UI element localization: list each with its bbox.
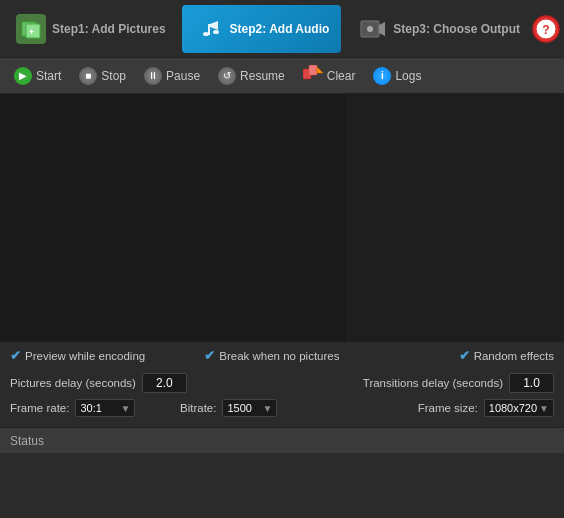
frame-size-arrow-icon: ▼ bbox=[539, 403, 549, 414]
frame-size-group: Frame size: 1080x720 ▼ bbox=[350, 399, 554, 417]
delay-settings-row: Pictures delay (seconds) Transitions del… bbox=[10, 373, 554, 393]
start-button[interactable]: ▶ Start bbox=[8, 65, 67, 87]
resume-icon: ↺ bbox=[218, 67, 236, 85]
pause-label: Pause bbox=[166, 69, 200, 83]
svg-point-6 bbox=[213, 30, 219, 34]
step1-label: Step1: Add Pictures bbox=[52, 22, 166, 36]
step1-tab[interactable]: + Step1: Add Pictures bbox=[4, 5, 178, 53]
step2-label: Step2: Add Audio bbox=[230, 22, 330, 36]
step2-tab[interactable]: Step2: Add Audio bbox=[182, 5, 342, 53]
frame-rate-arrow-icon: ▼ bbox=[121, 403, 131, 414]
preview-checkbox-group[interactable]: ✔ Preview while encoding bbox=[10, 348, 204, 363]
status-label: Status bbox=[10, 434, 44, 448]
step1-icon: + bbox=[16, 14, 46, 44]
pause-icon: ⏸ bbox=[144, 67, 162, 85]
random-checkbox-label: Random effects bbox=[474, 350, 554, 362]
pause-button[interactable]: ⏸ Pause bbox=[138, 65, 206, 87]
svg-text:+: + bbox=[29, 27, 34, 37]
top-nav: + Step1: Add Pictures Step2: Add Audio S… bbox=[0, 0, 564, 58]
frame-rate-value: 30:1 bbox=[80, 402, 101, 414]
checkboxes-row: ✔ Preview while encoding ✔ Break when no… bbox=[0, 342, 564, 369]
side-panel bbox=[348, 94, 564, 342]
format-settings-row: Frame rate: 30:1 ▼ Bitrate: 1500 ▼ Frame… bbox=[10, 399, 554, 417]
stop-button[interactable]: ■ Stop bbox=[73, 65, 132, 87]
settings-rows: Pictures delay (seconds) Transitions del… bbox=[0, 369, 564, 427]
stop-icon: ■ bbox=[79, 67, 97, 85]
step3-tab[interactable]: Step3: Choose Output bbox=[345, 5, 532, 53]
svg-marker-5 bbox=[210, 21, 218, 30]
frame-rate-combo[interactable]: 30:1 ▼ bbox=[75, 399, 135, 417]
clear-button[interactable]: Clear bbox=[297, 63, 362, 88]
break-checkbox-group[interactable]: ✔ Break when no pictures bbox=[204, 348, 398, 363]
random-check-icon: ✔ bbox=[459, 348, 470, 363]
svg-point-9 bbox=[367, 26, 373, 32]
logs-label: Logs bbox=[395, 69, 421, 83]
logs-icon: i bbox=[373, 67, 391, 85]
transitions-delay-input[interactable] bbox=[509, 373, 554, 393]
resume-label: Resume bbox=[240, 69, 285, 83]
svg-rect-4 bbox=[208, 24, 210, 35]
logs-button[interactable]: i Logs bbox=[367, 65, 427, 87]
main-content bbox=[0, 94, 564, 342]
start-icon: ▶ bbox=[14, 67, 32, 85]
preview-checkbox-label: Preview while encoding bbox=[25, 350, 145, 362]
clear-label: Clear bbox=[327, 69, 356, 83]
svg-text:?: ? bbox=[542, 23, 549, 37]
pictures-delay-label: Pictures delay (seconds) bbox=[10, 377, 136, 389]
bitrate-label: Bitrate: bbox=[180, 402, 216, 414]
frame-size-combo[interactable]: 1080x720 ▼ bbox=[484, 399, 554, 417]
svg-rect-14 bbox=[309, 65, 317, 75]
step2-icon bbox=[194, 14, 224, 44]
resume-button[interactable]: ↺ Resume bbox=[212, 65, 291, 87]
svg-marker-8 bbox=[379, 22, 385, 36]
pictures-delay-group: Pictures delay (seconds) bbox=[10, 373, 257, 393]
pictures-delay-input[interactable] bbox=[142, 373, 187, 393]
preview-check-icon: ✔ bbox=[10, 348, 21, 363]
clear-icon bbox=[303, 65, 323, 86]
bitrate-value: 1500 bbox=[227, 402, 251, 414]
toolbar: ▶ Start ■ Stop ⏸ Pause ↺ Resume Clear i … bbox=[0, 58, 564, 94]
status-bar: Status bbox=[0, 427, 564, 453]
frame-size-value: 1080x720 bbox=[489, 402, 537, 414]
preview-area bbox=[0, 94, 348, 342]
break-checkbox-label: Break when no pictures bbox=[219, 350, 339, 362]
frame-rate-label: Frame rate: bbox=[10, 402, 69, 414]
start-label: Start bbox=[36, 69, 61, 83]
frame-rate-group: Frame rate: 30:1 ▼ bbox=[10, 399, 180, 417]
step3-label: Step3: Choose Output bbox=[393, 22, 520, 36]
break-check-icon: ✔ bbox=[204, 348, 215, 363]
stop-label: Stop bbox=[101, 69, 126, 83]
transitions-delay-label: Transitions delay (seconds) bbox=[363, 377, 503, 389]
transitions-delay-group: Transitions delay (seconds) bbox=[257, 373, 554, 393]
bitrate-combo[interactable]: 1500 ▼ bbox=[222, 399, 277, 417]
bitrate-arrow-icon: ▼ bbox=[263, 403, 273, 414]
step3-icon bbox=[357, 14, 387, 44]
bitrate-group: Bitrate: 1500 ▼ bbox=[180, 399, 350, 417]
help-icon[interactable]: ? bbox=[532, 13, 560, 45]
random-checkbox-group[interactable]: ✔ Random effects bbox=[399, 348, 554, 363]
frame-size-label: Frame size: bbox=[418, 402, 478, 414]
svg-marker-15 bbox=[317, 67, 323, 73]
